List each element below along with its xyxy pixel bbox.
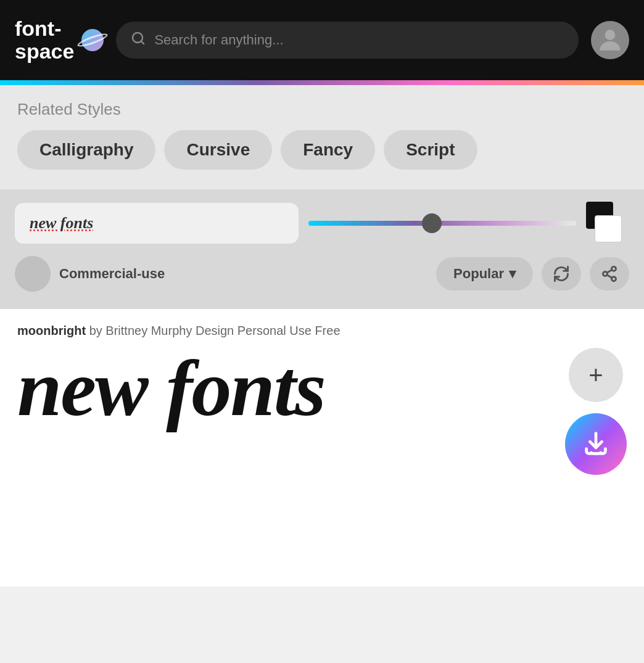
share-button[interactable] (590, 257, 629, 290)
download-button[interactable] (565, 413, 627, 475)
logo-planet-icon (81, 29, 104, 51)
color-box-white[interactable] (595, 215, 622, 242)
logo[interactable]: font-space (15, 17, 104, 64)
logo-text: font-space (15, 17, 74, 64)
controls-section: Commercial-use Popular ▾ (0, 189, 644, 309)
commercial-use-toggle[interactable] (15, 256, 51, 292)
controls-bottom: Commercial-use Popular ▾ (15, 256, 629, 292)
font-result-section: moonbright by Brittney Murphy Design Per… (0, 309, 644, 587)
svg-line-1 (141, 41, 144, 44)
style-tag-calligraphy[interactable]: Calligraphy (17, 130, 155, 170)
font-meta: moonbright by Brittney Murphy Design Per… (17, 324, 627, 338)
controls-top (15, 202, 629, 245)
commercial-use-label: Commercial-use (59, 266, 165, 282)
commercial-toggle-wrap: Commercial-use (15, 256, 427, 292)
svg-line-6 (607, 275, 612, 278)
search-bar (116, 22, 579, 59)
size-slider-wrap (308, 211, 576, 236)
add-to-collection-button[interactable]: + (569, 348, 623, 402)
svg-point-2 (605, 30, 616, 40)
related-styles-section: Related Styles Calligraphy Cursive Fancy… (0, 85, 644, 189)
font-preview-text: new fonts (17, 348, 325, 428)
rainbow-bar (0, 80, 644, 85)
font-actions: + (565, 348, 627, 475)
site-header: font-space (0, 0, 644, 80)
font-preview-area: new fonts + (17, 348, 627, 564)
color-picker[interactable] (586, 202, 629, 245)
font-license: Personal Use Free (237, 324, 341, 337)
related-styles-label: Related Styles (17, 100, 627, 119)
refresh-button[interactable] (542, 257, 581, 290)
avatar[interactable] (591, 21, 629, 59)
svg-line-7 (607, 270, 612, 273)
slider-track (308, 221, 576, 226)
style-tags-list: Calligraphy Cursive Fancy Script (17, 130, 627, 170)
style-tag-script[interactable]: Script (384, 130, 477, 170)
slider-thumb[interactable] (422, 213, 442, 233)
download-icon (582, 430, 610, 458)
sort-arrow-icon: ▾ (509, 266, 516, 282)
plus-icon: + (588, 361, 603, 389)
sort-label: Popular (453, 266, 504, 282)
style-tag-cursive[interactable]: Cursive (164, 130, 272, 170)
style-tag-fancy[interactable]: Fancy (281, 130, 375, 170)
preview-text-input[interactable] (15, 203, 299, 244)
font-author: by Brittney Murphy Design (89, 324, 234, 337)
search-input[interactable] (154, 32, 564, 48)
sort-dropdown-button[interactable]: Popular ▾ (436, 257, 533, 290)
search-icon (131, 31, 146, 49)
font-name[interactable]: moonbright (17, 324, 86, 337)
